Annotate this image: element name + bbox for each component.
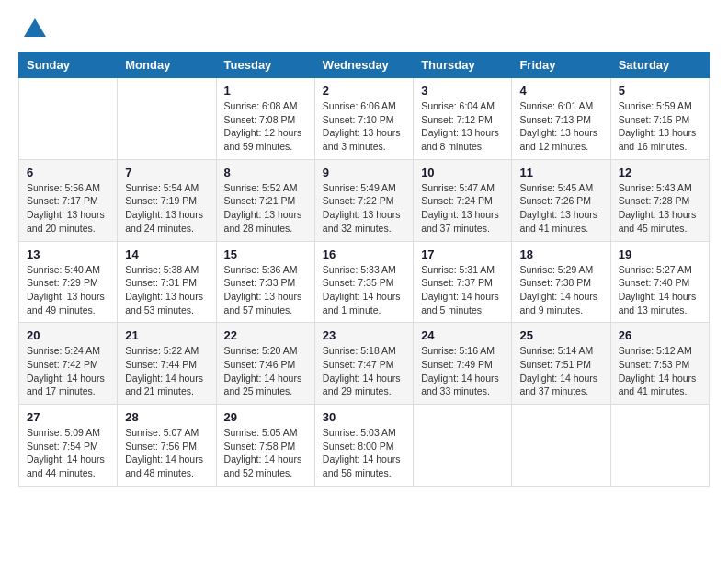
day-number: 6	[27, 166, 109, 179]
day-info: Sunrise: 5:47 AMSunset: 7:24 PMDaylight:…	[421, 181, 504, 236]
day-info: Sunrise: 5:38 AMSunset: 7:31 PMDaylight:…	[125, 263, 208, 317]
day-number: 29	[224, 410, 307, 424]
calendar-cell: 10Sunrise: 5:47 AMSunset: 7:24 PMDayligh…	[414, 159, 512, 241]
calendar-cell: 20Sunrise: 5:24 AMSunset: 7:42 PMDayligh…	[19, 323, 118, 405]
calendar-cell: 1Sunrise: 6:08 AMSunset: 7:08 PMDaylight…	[216, 78, 314, 160]
day-info: Sunrise: 5:20 AMSunset: 7:46 PMDaylight:…	[224, 344, 307, 398]
calendar-cell	[610, 405, 709, 487]
day-number: 11	[519, 166, 602, 179]
day-info: Sunrise: 5:22 AMSunset: 7:44 PMDaylight:…	[125, 344, 208, 398]
calendar-cell: 26Sunrise: 5:12 AMSunset: 7:53 PMDayligh…	[610, 323, 709, 405]
day-info: Sunrise: 5:56 AMSunset: 7:17 PMDaylight:…	[27, 181, 109, 236]
day-info: Sunrise: 5:07 AMSunset: 7:56 PMDaylight:…	[125, 426, 208, 480]
day-number: 23	[323, 328, 405, 342]
day-info: Sunrise: 5:36 AMSunset: 7:33 PMDaylight:…	[224, 263, 307, 317]
day-info: Sunrise: 5:09 AMSunset: 7:54 PMDaylight:…	[27, 426, 109, 480]
calendar-cell: 11Sunrise: 5:45 AMSunset: 7:26 PMDayligh…	[512, 159, 610, 241]
calendar-cell: 7Sunrise: 5:54 AMSunset: 7:19 PMDaylight…	[118, 159, 216, 241]
calendar-cell: 22Sunrise: 5:20 AMSunset: 7:46 PMDayligh…	[216, 323, 314, 405]
day-info: Sunrise: 5:14 AMSunset: 7:51 PMDaylight:…	[519, 344, 602, 398]
calendar-table: SundayMondayTuesdayWednesdayThursdayFrid…	[18, 52, 710, 487]
calendar-cell: 14Sunrise: 5:38 AMSunset: 7:31 PMDayligh…	[118, 241, 216, 323]
calendar-cell	[118, 78, 216, 160]
calendar-cell: 18Sunrise: 5:29 AMSunset: 7:38 PMDayligh…	[512, 241, 610, 323]
calendar-cell	[512, 405, 610, 487]
calendar-cell: 17Sunrise: 5:31 AMSunset: 7:37 PMDayligh…	[414, 241, 512, 323]
day-number: 5	[619, 84, 701, 98]
day-number: 4	[519, 84, 602, 98]
calendar-cell: 5Sunrise: 5:59 AMSunset: 7:15 PMDaylight…	[610, 78, 709, 160]
day-info: Sunrise: 5:12 AMSunset: 7:53 PMDaylight:…	[619, 344, 701, 398]
header-sunday: Sunday	[19, 52, 118, 78]
calendar-cell: 3Sunrise: 6:04 AMSunset: 7:12 PMDaylight…	[414, 78, 512, 160]
day-number: 3	[421, 84, 504, 98]
logo-triangle-icon	[24, 18, 46, 37]
day-info: Sunrise: 6:01 AMSunset: 7:13 PMDaylight:…	[519, 99, 602, 154]
day-number: 20	[27, 328, 109, 342]
calendar-week-1: 1Sunrise: 6:08 AMSunset: 7:08 PMDaylight…	[19, 78, 710, 160]
calendar-cell: 23Sunrise: 5:18 AMSunset: 7:47 PMDayligh…	[314, 323, 413, 405]
calendar-week-4: 20Sunrise: 5:24 AMSunset: 7:42 PMDayligh…	[19, 323, 710, 405]
day-number: 7	[125, 166, 208, 179]
day-number: 27	[27, 410, 109, 424]
calendar-cell: 30Sunrise: 5:03 AMSunset: 8:00 PMDayligh…	[314, 405, 413, 487]
day-info: Sunrise: 6:06 AMSunset: 7:10 PMDaylight:…	[323, 99, 405, 154]
calendar-week-3: 13Sunrise: 5:40 AMSunset: 7:29 PMDayligh…	[19, 241, 710, 323]
calendar-cell: 9Sunrise: 5:49 AMSunset: 7:22 PMDaylight…	[314, 159, 413, 241]
day-number: 21	[125, 328, 208, 342]
calendar-week-2: 6Sunrise: 5:56 AMSunset: 7:17 PMDaylight…	[19, 159, 710, 241]
day-info: Sunrise: 5:59 AMSunset: 7:15 PMDaylight:…	[619, 99, 701, 154]
day-number: 12	[619, 166, 701, 179]
calendar-week-5: 27Sunrise: 5:09 AMSunset: 7:54 PMDayligh…	[19, 405, 710, 487]
day-number: 8	[224, 166, 307, 179]
day-number: 18	[519, 247, 602, 261]
day-number: 10	[421, 166, 504, 179]
header-wednesday: Wednesday	[314, 52, 413, 78]
calendar-cell: 8Sunrise: 5:52 AMSunset: 7:21 PMDaylight…	[216, 159, 314, 241]
calendar-cell: 25Sunrise: 5:14 AMSunset: 7:51 PMDayligh…	[512, 323, 610, 405]
day-info: Sunrise: 5:18 AMSunset: 7:47 PMDaylight:…	[323, 344, 405, 398]
header-thursday: Thursday	[414, 52, 512, 78]
logo	[18, 18, 46, 37]
day-number: 25	[519, 328, 602, 342]
page-header	[18, 18, 710, 37]
day-number: 9	[323, 166, 405, 179]
calendar-cell: 19Sunrise: 5:27 AMSunset: 7:40 PMDayligh…	[610, 241, 709, 323]
day-info: Sunrise: 6:08 AMSunset: 7:08 PMDaylight:…	[224, 99, 307, 154]
header-monday: Monday	[118, 52, 216, 78]
day-number: 24	[421, 328, 504, 342]
day-number: 19	[619, 247, 701, 261]
day-info: Sunrise: 5:33 AMSunset: 7:35 PMDaylight:…	[323, 263, 405, 317]
header-saturday: Saturday	[610, 52, 709, 78]
calendar-cell: 2Sunrise: 6:06 AMSunset: 7:10 PMDaylight…	[314, 78, 413, 160]
calendar-cell: 15Sunrise: 5:36 AMSunset: 7:33 PMDayligh…	[216, 241, 314, 323]
day-number: 28	[125, 410, 208, 424]
day-number: 1	[224, 84, 307, 98]
day-info: Sunrise: 6:04 AMSunset: 7:12 PMDaylight:…	[421, 99, 504, 154]
calendar-cell	[414, 405, 512, 487]
calendar-cell: 13Sunrise: 5:40 AMSunset: 7:29 PMDayligh…	[19, 241, 118, 323]
calendar-cell: 21Sunrise: 5:22 AMSunset: 7:44 PMDayligh…	[118, 323, 216, 405]
day-info: Sunrise: 5:16 AMSunset: 7:49 PMDaylight:…	[421, 344, 504, 398]
day-info: Sunrise: 5:03 AMSunset: 8:00 PMDaylight:…	[323, 426, 405, 480]
calendar-header-row: SundayMondayTuesdayWednesdayThursdayFrid…	[19, 52, 710, 78]
day-number: 2	[323, 84, 405, 98]
day-info: Sunrise: 5:29 AMSunset: 7:38 PMDaylight:…	[519, 263, 602, 317]
day-number: 26	[619, 328, 701, 342]
day-number: 16	[323, 247, 405, 261]
calendar-cell: 24Sunrise: 5:16 AMSunset: 7:49 PMDayligh…	[414, 323, 512, 405]
day-number: 22	[224, 328, 307, 342]
calendar-cell: 16Sunrise: 5:33 AMSunset: 7:35 PMDayligh…	[314, 241, 413, 323]
calendar-cell: 28Sunrise: 5:07 AMSunset: 7:56 PMDayligh…	[118, 405, 216, 487]
day-number: 17	[421, 247, 504, 261]
day-info: Sunrise: 5:43 AMSunset: 7:28 PMDaylight:…	[619, 181, 701, 236]
day-number: 14	[125, 247, 208, 261]
calendar-cell: 4Sunrise: 6:01 AMSunset: 7:13 PMDaylight…	[512, 78, 610, 160]
calendar-cell: 6Sunrise: 5:56 AMSunset: 7:17 PMDaylight…	[19, 159, 118, 241]
header-tuesday: Tuesday	[216, 52, 314, 78]
calendar-cell: 27Sunrise: 5:09 AMSunset: 7:54 PMDayligh…	[19, 405, 118, 487]
day-info: Sunrise: 5:27 AMSunset: 7:40 PMDaylight:…	[619, 263, 701, 317]
day-info: Sunrise: 5:54 AMSunset: 7:19 PMDaylight:…	[125, 181, 208, 236]
day-info: Sunrise: 5:40 AMSunset: 7:29 PMDaylight:…	[27, 263, 109, 317]
day-number: 13	[27, 247, 109, 261]
